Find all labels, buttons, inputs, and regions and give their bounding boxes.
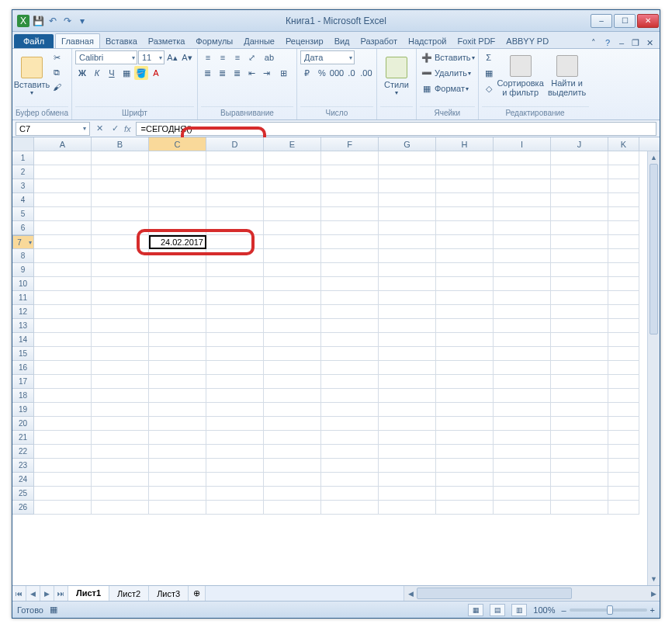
formula-input[interactable]: =СЕГОДНЯ() (136, 122, 656, 136)
cell-H19[interactable] (436, 403, 494, 417)
cell-D25[interactable] (206, 487, 264, 501)
cell-H18[interactable] (436, 389, 494, 403)
row-header-3[interactable]: 3 (12, 179, 34, 193)
cell-D17[interactable] (206, 375, 264, 389)
col-header-B[interactable]: B (92, 137, 149, 151)
cell-H6[interactable] (436, 221, 494, 235)
shrink-font-icon[interactable]: A▾ (180, 50, 194, 64)
cell-J25[interactable] (551, 487, 608, 501)
cell-J22[interactable] (551, 445, 608, 459)
cell-B20[interactable] (92, 417, 149, 431)
cell-B17[interactable] (92, 375, 149, 389)
cell-D20[interactable] (206, 417, 264, 431)
cell-A20[interactable] (34, 417, 92, 431)
cell-A7[interactable] (34, 235, 92, 249)
cell-K16[interactable] (608, 361, 639, 375)
orientation-icon[interactable]: ⤢ (245, 50, 259, 64)
cell-H1[interactable] (436, 151, 494, 165)
cell-D5[interactable] (206, 207, 264, 221)
cell-B26[interactable] (92, 501, 149, 515)
row-header-9[interactable]: 9 (12, 263, 34, 277)
cell-A10[interactable] (34, 277, 92, 291)
sheet-nav-last[interactable]: ⏭ (54, 586, 68, 601)
row-header-12[interactable]: 12 (12, 305, 34, 319)
cell-D21[interactable] (206, 431, 264, 445)
tab-review[interactable]: Рецензир (280, 34, 329, 48)
cell-H15[interactable] (436, 347, 494, 361)
cell-A8[interactable] (34, 249, 92, 263)
cell-D22[interactable] (206, 445, 264, 459)
font-size-select[interactable]: 11 (138, 50, 165, 64)
cell-D7[interactable] (206, 235, 264, 249)
cell-C24[interactable] (149, 473, 206, 487)
cell-G7[interactable] (379, 235, 436, 249)
fill-icon[interactable]: ▦ (482, 66, 496, 80)
cell-A17[interactable] (34, 375, 92, 389)
cell-E8[interactable] (264, 249, 321, 263)
cell-G12[interactable] (379, 305, 436, 319)
cell-F6[interactable] (321, 221, 379, 235)
cell-G18[interactable] (379, 389, 436, 403)
cell-D24[interactable] (206, 473, 264, 487)
cell-J14[interactable] (551, 333, 608, 347)
cell-F14[interactable] (321, 333, 379, 347)
view-normal-icon[interactable]: ▦ (468, 604, 483, 616)
cell-F21[interactable] (321, 431, 379, 445)
cell-G24[interactable] (379, 473, 436, 487)
cell-B7[interactable] (92, 235, 149, 249)
cell-B2[interactable] (92, 165, 149, 179)
hscroll-thumb[interactable] (417, 588, 572, 599)
italic-button[interactable]: К (90, 66, 104, 80)
cell-F19[interactable] (321, 403, 379, 417)
cell-F1[interactable] (321, 151, 379, 165)
cell-K22[interactable] (608, 445, 639, 459)
cell-A14[interactable] (34, 333, 92, 347)
cell-G26[interactable] (379, 501, 436, 515)
cell-J12[interactable] (551, 305, 608, 319)
cell-H2[interactable] (436, 165, 494, 179)
cell-G23[interactable] (379, 459, 436, 473)
cell-K7[interactable] (608, 235, 639, 249)
cell-E4[interactable] (264, 193, 321, 207)
cell-K5[interactable] (608, 207, 639, 221)
cell-J24[interactable] (551, 473, 608, 487)
cell-K25[interactable] (608, 487, 639, 501)
cell-A3[interactable] (34, 179, 92, 193)
cell-G17[interactable] (379, 375, 436, 389)
cell-B16[interactable] (92, 361, 149, 375)
tab-data[interactable]: Данные (238, 34, 280, 48)
tab-developer[interactable]: Разработ (355, 34, 403, 48)
row-header-18[interactable]: 18 (12, 389, 34, 403)
cell-H14[interactable] (436, 333, 494, 347)
cell-K20[interactable] (608, 417, 639, 431)
zoom-level[interactable]: 100% (533, 605, 555, 615)
cell-J23[interactable] (551, 459, 608, 473)
tab-addins[interactable]: Надстрой (403, 34, 452, 48)
fx-icon[interactable]: fx (124, 124, 131, 133)
horizontal-scrollbar[interactable]: ◀ ▶ (404, 586, 660, 601)
cell-H24[interactable] (436, 473, 494, 487)
copy-icon[interactable]: ⧉ (50, 65, 64, 79)
cell-I23[interactable] (494, 459, 551, 473)
zoom-slider-knob[interactable] (607, 605, 613, 615)
cell-F25[interactable] (321, 487, 379, 501)
cell-F13[interactable] (321, 319, 379, 333)
cell-J17[interactable] (551, 375, 608, 389)
close-button[interactable]: ✕ (637, 14, 659, 28)
col-header-J[interactable]: J (551, 137, 608, 151)
cell-F12[interactable] (321, 305, 379, 319)
cell-A6[interactable] (34, 221, 92, 235)
cell-A5[interactable] (34, 207, 92, 221)
cell-B18[interactable] (92, 389, 149, 403)
cell-H5[interactable] (436, 207, 494, 221)
cell-J11[interactable] (551, 291, 608, 305)
cell-K11[interactable] (608, 291, 639, 305)
cell-D3[interactable] (206, 179, 264, 193)
cell-C5[interactable] (149, 207, 206, 221)
col-header-A[interactable]: A (34, 137, 92, 151)
cell-B9[interactable] (92, 263, 149, 277)
cell-I19[interactable] (494, 403, 551, 417)
cell-H21[interactable] (436, 431, 494, 445)
cell-I9[interactable] (494, 263, 551, 277)
cancel-formula-icon[interactable]: ✕ (93, 123, 106, 135)
